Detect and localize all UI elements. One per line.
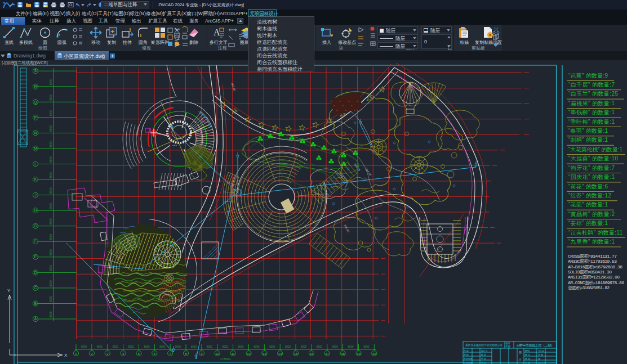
svg-text:***: *** [172,144,177,148]
svg-text:专业负责: 专业负责 [464,357,473,360]
svg-text:15: 15 [294,352,298,356]
svg-text:“白千层” 的数量:7: “白千层” 的数量:7 [568,82,615,88]
svg-text:X: X [64,353,68,358]
svg-text:图 号: 图 号 [525,353,530,356]
svg-text:P: P [34,115,37,119]
svg-text:8000: 8000 [363,345,370,348]
svg-text:审 定: 审 定 [481,361,486,364]
svg-text:AN33C面积=11793619.53: AN33C面积=11793619.53 [568,259,617,264]
svg-text:8000: 8000 [238,345,244,348]
svg-text:10: 10 [215,352,219,356]
svg-text:8000: 8000 [207,345,213,348]
svg-text:11: 11 [231,352,235,356]
svg-text:16: 16 [310,352,314,356]
svg-text:ANSI31面积=12129502.00: ANSI31面积=12129502.00 [568,275,620,280]
svg-text:E: E [34,255,37,259]
svg-text:H: H [34,208,37,212]
svg-text:8000: 8000 [128,345,134,348]
svg-text:8000: 8000 [49,187,52,194]
svg-text:“芭蕉” 的数量:9: “芭蕉” 的数量:9 [568,73,608,79]
svg-text:B: B [34,302,37,305]
svg-text:8000: 8000 [49,156,52,163]
svg-text:密 级: 密 级 [525,357,530,360]
svg-text:12: 12 [247,352,251,356]
svg-text:A: A [34,317,37,321]
svg-text:8000: 8000 [49,233,52,240]
svg-text:“九里香” 的数量:1: “九里香” 的数量:1 [568,239,615,245]
svg-text:A: A [214,28,220,37]
svg-text:8000: 8000 [49,249,52,255]
svg-text:J: J [34,193,36,197]
svg-text:重庆某某规划设计研究有限公司: 重庆某某规划设计研究有限公司 [465,343,503,347]
svg-text:总面积=316825051.82: 总面积=316825051.82 [567,285,610,290]
svg-text:2021.9: 2021.9 [538,361,545,364]
svg-text:8000: 8000 [269,345,275,348]
svg-text:“国庆花” 的数量:1: “国庆花” 的数量:1 [568,174,615,180]
svg-text:8000: 8000 [97,345,103,348]
svg-text:N: N [34,131,37,135]
svg-text:M: M [34,146,37,150]
svg-text:L: L [34,162,37,166]
svg-text:8000: 8000 [49,311,52,317]
svg-text:8000: 8000 [49,95,52,101]
svg-text:“姜棕” 的数量:1: “姜棕” 的数量:1 [568,220,608,226]
svg-text:17: 17 [325,352,329,356]
svg-text:SOLID面积=858431.30: SOLID面积=858431.30 [568,269,612,275]
svg-text:“刺桐” 的数量:1: “刺桐” 的数量:1 [568,137,608,143]
svg-text:8000: 8000 [49,203,52,209]
svg-text:“大花第伦桃” 的数量:1: “大花第伦桃” 的数量:1 [568,146,622,152]
svg-text:审 定: 审 定 [464,349,469,352]
svg-text:8000: 8000 [113,345,119,348]
svg-text:“串钱柳” 的数量:1: “串钱柳” 的数量:1 [568,109,615,115]
svg-text:“白玉兰” 的数量:25: “白玉兰” 的数量:25 [568,91,618,97]
svg-text:AR-CONC面积=181809678.86: AR-CONC面积=181809678.86 [568,280,624,285]
svg-text:8000: 8000 [332,345,339,348]
svg-text:“春羽” 的数量:1: “春羽” 的数量:1 [568,128,608,134]
svg-text:[-][前视][二维线框][WCS]: [-][前视][二维线框][WCS] [2,60,48,65]
svg-text:R: R [34,84,37,88]
svg-text:20: 20 [372,352,376,356]
svg-text:“垂叶榕” 的数量:1: “垂叶榕” 的数量:1 [568,119,615,125]
svg-text:8000: 8000 [285,345,291,348]
svg-text:天桥年华景观工程（二期）: 天桥年华景观工程（二期） [516,343,554,348]
svg-text:总 施: 总 施 [537,353,543,356]
svg-text:名: 名 [519,358,522,361]
svg-text:“荷花” 的数量:6: “荷花” 的数量:6 [568,183,608,190]
svg-text:工程负责: 工程负责 [464,361,473,364]
svg-text:8000: 8000 [301,345,307,348]
svg-text:Y: Y [7,288,11,293]
svg-text:绿: 绿 [538,357,540,360]
svg-text:图: 图 [519,350,522,354]
svg-text:8000: 8000 [175,345,181,348]
svg-text:8000: 8000 [317,345,323,348]
svg-text:审 核: 审 核 [464,353,469,356]
svg-text:8000: 8000 [81,345,87,348]
svg-text:“江南杜鹃” 的数量:11: “江南杜鹃” 的数量:11 [568,230,622,236]
svg-text:“狗牙花” 的数量:7: “狗牙花” 的数量:7 [568,165,615,171]
svg-text:8000: 8000 [49,79,52,85]
svg-text:18: 18 [341,352,345,356]
svg-text:13: 13 [263,352,266,356]
svg-text:校 对: 校 对 [481,353,486,356]
svg-text:8000: 8000 [49,172,52,178]
svg-text:名称: 名称 [505,345,511,348]
svg-text:Q: Q [34,100,37,105]
svg-text:审 定: 审 定 [481,357,486,360]
svg-text:S: S [34,69,37,73]
svg-text:8000: 8000 [49,280,52,286]
svg-text:“黄皛树” 的数量:2: “黄皛树” 的数量:2 [568,211,615,217]
svg-text:C: C [34,286,37,290]
svg-text:“红杏” 的数量:12: “红杏” 的数量:12 [568,192,611,199]
svg-text:8000: 8000 [49,110,52,116]
svg-text:“扁桃果” 的数量:1: “扁桃果” 的数量:1 [568,100,615,106]
svg-text:G: G [34,224,37,228]
svg-text:日 期: 日 期 [525,361,530,364]
svg-text:CROSS面积=93441131.77: CROSS面积=93441131.77 [568,254,617,259]
svg-text:D: D [34,271,37,275]
svg-text:8000: 8000 [49,296,52,302]
svg-text:8000: 8000 [191,345,197,348]
svg-text:设计人: 设计人 [481,349,488,352]
svg-text:8000: 8000 [348,345,354,348]
svg-text:AR-B816面积=16792688.36: AR-B816面积=16792688.36 [568,264,622,269]
svg-text:19: 19 [357,352,361,356]
